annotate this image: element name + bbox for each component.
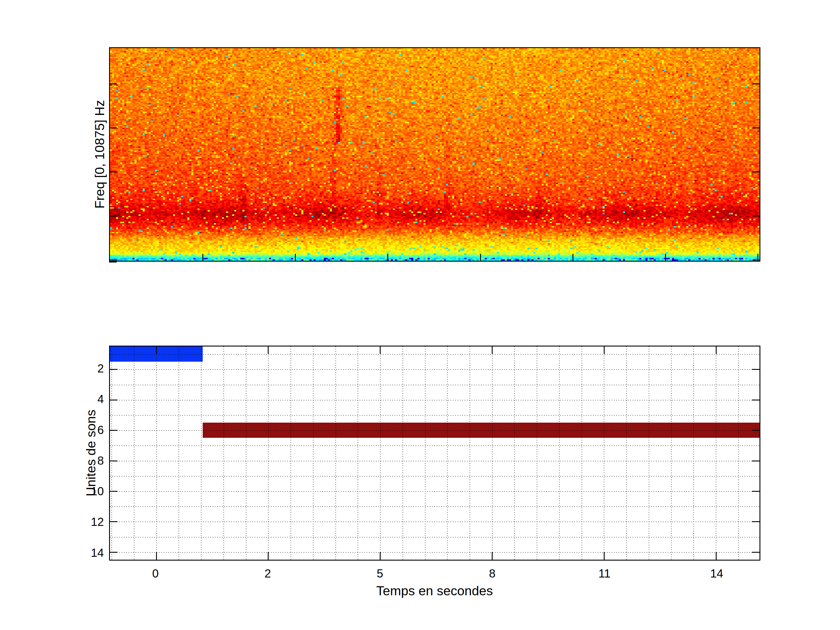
- spectrogram-y-tick: [753, 128, 759, 128]
- grid-line-vertical: [223, 346, 224, 560]
- grid-line-vertical: [313, 346, 314, 560]
- units-y-tick: [752, 461, 759, 461]
- spectrogram-y-tick: [753, 260, 759, 261]
- spectrogram-y-tick: [110, 172, 117, 172]
- spectrogram-x-tick: [202, 254, 203, 261]
- grid-line-vertical: [380, 346, 381, 560]
- x-tick-label: 8: [469, 567, 516, 580]
- x-tick-label: 14: [693, 567, 740, 580]
- grid-line-horizontal: [110, 400, 759, 401]
- grid-line-horizontal: [110, 506, 759, 507]
- spectrogram-y-tick: [110, 84, 117, 84]
- sound-units-plot: [109, 346, 760, 561]
- spectrogram-x-tick: [387, 254, 388, 261]
- spectrogram-ylabel: Freq [0, 10875] Hz: [92, 100, 107, 209]
- units-y-tick: [752, 399, 759, 401]
- spectrogram-y-tick: [110, 260, 117, 261]
- y-tick-label: 6: [63, 423, 104, 436]
- units-x-tick: [492, 346, 493, 354]
- grid-line-horizontal: [110, 369, 759, 370]
- grid-line-vertical: [156, 346, 157, 560]
- y-tick-label: 4: [63, 393, 104, 406]
- grid-line-horizontal: [110, 430, 759, 431]
- grid-line-horizontal: [110, 415, 759, 415]
- grid-line-vertical: [178, 346, 179, 560]
- units-x-tick: [380, 346, 381, 354]
- y-tick-label: 2: [63, 362, 104, 375]
- grid-line-vertical: [403, 346, 403, 560]
- grid-line-vertical: [559, 346, 560, 560]
- grid-line-vertical: [626, 346, 627, 560]
- grid-line-vertical: [716, 346, 716, 560]
- grid-line-vertical: [514, 346, 515, 560]
- units-x-tick: [380, 552, 381, 560]
- units-y-tick: [110, 430, 118, 431]
- grid-line-horizontal: [110, 445, 759, 446]
- units-x-tick: [716, 346, 717, 354]
- spectrogram-x-tick: [573, 254, 573, 261]
- units-y-tick: [110, 369, 118, 370]
- spectrogram-image: [110, 48, 759, 261]
- spectrogram-y-tick: [753, 84, 759, 84]
- time-xlabel: Temps en secondes: [376, 583, 493, 598]
- matlab-figure: Freq [0, 10875] Hz Unites de sons Temps …: [0, 0, 840, 630]
- units-y-tick: [110, 491, 118, 492]
- units-y-tick: [752, 369, 759, 370]
- x-tick-label: 5: [357, 567, 403, 580]
- grid-line-horizontal: [110, 491, 759, 492]
- spectrogram-x-tick: [665, 254, 666, 261]
- x-tick-label: 2: [245, 567, 291, 580]
- units-y-tick: [110, 461, 118, 461]
- grid-line-vertical: [111, 346, 112, 560]
- grid-line-vertical: [492, 346, 493, 560]
- units-x-tick: [604, 552, 605, 560]
- grid-line-vertical: [201, 346, 202, 560]
- spectrogram-y-tick: [753, 172, 759, 172]
- grid-line-vertical: [671, 346, 672, 560]
- grid-line-vertical: [425, 346, 426, 560]
- units-x-tick: [492, 552, 493, 560]
- units-y-tick: [752, 491, 759, 492]
- units-y-tick: [752, 521, 759, 522]
- grid-line-horizontal: [110, 385, 759, 385]
- corner-tick: [109, 261, 117, 262]
- grid-line-vertical: [537, 346, 537, 560]
- grid-line-vertical: [447, 346, 448, 560]
- units-x-tick: [156, 552, 157, 560]
- grid-line-vertical: [358, 346, 358, 560]
- grid-line-horizontal: [110, 354, 759, 355]
- units-y-tick: [110, 552, 118, 553]
- grid-line-vertical: [604, 346, 604, 560]
- grid-line-vertical: [582, 346, 582, 560]
- units-x-tick: [156, 346, 157, 354]
- units-y-tick: [752, 552, 759, 553]
- grid-line-vertical: [291, 346, 291, 560]
- grid-line-vertical: [649, 346, 649, 560]
- grid-line-horizontal: [110, 521, 759, 522]
- spectrogram-plot: [109, 47, 760, 262]
- grid-line-vertical: [693, 346, 694, 560]
- units-x-tick: [268, 552, 268, 560]
- spectrogram-x-tick: [295, 254, 296, 261]
- units-y-tick: [110, 521, 118, 522]
- y-tick-label: 12: [63, 516, 104, 529]
- spectrogram-x-tick: [480, 254, 481, 261]
- grid-line-horizontal: [110, 476, 759, 477]
- grid-line-vertical: [268, 346, 268, 560]
- spectrogram-y-tick: [110, 216, 117, 216]
- grid-line-vertical: [246, 346, 246, 560]
- grid-line-vertical: [134, 346, 134, 560]
- units-y-tick: [752, 430, 759, 431]
- units-y-tick: [110, 399, 118, 401]
- grid-line-vertical: [335, 346, 336, 560]
- grid-line-vertical: [738, 346, 739, 560]
- x-tick-label: 0: [132, 567, 179, 580]
- spectrogram-y-tick: [753, 216, 759, 216]
- x-tick-label: 11: [581, 567, 628, 580]
- y-tick-label: 10: [63, 485, 104, 497]
- units-ylabel: Unites de sons: [84, 409, 99, 496]
- grid-line-horizontal: [110, 461, 759, 461]
- grid-line-horizontal: [110, 537, 759, 538]
- spectrogram-y-tick: [110, 128, 117, 128]
- units-x-tick: [268, 346, 268, 354]
